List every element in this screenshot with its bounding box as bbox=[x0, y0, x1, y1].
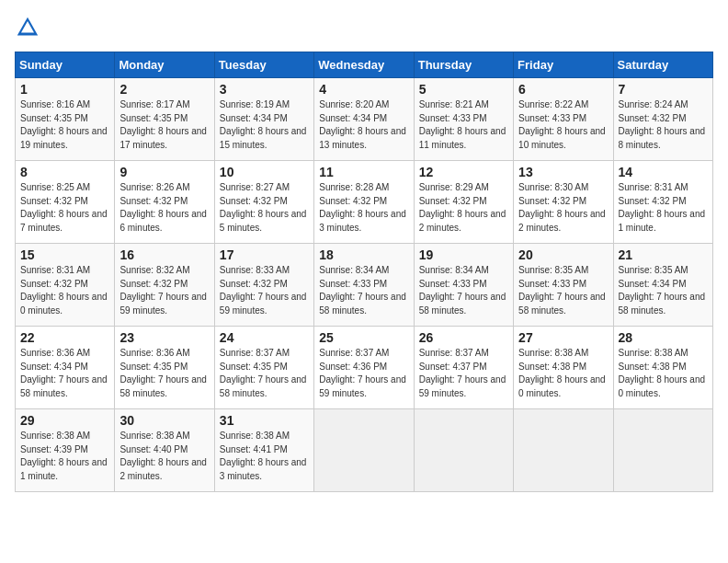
calendar-cell bbox=[414, 409, 513, 492]
day-detail: Sunrise: 8:38 AMSunset: 4:39 PMDaylight:… bbox=[20, 430, 109, 483]
day-number: 16 bbox=[119, 247, 209, 262]
calendar-cell: 16Sunrise: 8:32 AMSunset: 4:32 PMDayligh… bbox=[115, 244, 214, 327]
day-number: 14 bbox=[619, 165, 708, 179]
day-number: 7 bbox=[619, 82, 708, 97]
day-detail: Sunrise: 8:38 AMSunset: 4:41 PMDaylight:… bbox=[220, 430, 309, 483]
calendar-cell: 23Sunrise: 8:36 AMSunset: 4:35 PMDayligh… bbox=[115, 327, 214, 409]
weekday-header: Sunday bbox=[16, 52, 115, 78]
day-number: 1 bbox=[20, 82, 109, 97]
day-detail: Sunrise: 8:28 AMSunset: 4:32 PMDaylight:… bbox=[319, 181, 408, 235]
calendar-cell: 29Sunrise: 8:38 AMSunset: 4:39 PMDayligh… bbox=[16, 409, 115, 492]
day-number: 11 bbox=[319, 165, 408, 179]
day-detail: Sunrise: 8:37 AMSunset: 4:35 PMDaylight:… bbox=[220, 347, 309, 400]
day-detail: Sunrise: 8:37 AMSunset: 4:37 PMDaylight:… bbox=[419, 347, 508, 400]
day-detail: Sunrise: 8:38 AMSunset: 4:38 PMDaylight:… bbox=[518, 347, 608, 400]
calendar-cell: 1Sunrise: 8:16 AMSunset: 4:35 PMDaylight… bbox=[16, 78, 115, 161]
day-detail: Sunrise: 8:35 AMSunset: 4:34 PMDaylight:… bbox=[619, 264, 708, 317]
calendar-cell: 22Sunrise: 8:36 AMSunset: 4:34 PMDayligh… bbox=[16, 327, 115, 409]
day-detail: Sunrise: 8:22 AMSunset: 4:33 PMDaylight:… bbox=[518, 98, 608, 152]
calendar-cell: 25Sunrise: 8:37 AMSunset: 4:36 PMDayligh… bbox=[314, 327, 414, 409]
day-number: 31 bbox=[220, 413, 309, 428]
calendar-cell bbox=[514, 409, 613, 492]
calendar-week-row: 1Sunrise: 8:16 AMSunset: 4:35 PMDaylight… bbox=[16, 78, 713, 161]
day-detail: Sunrise: 8:31 AMSunset: 4:32 PMDaylight:… bbox=[619, 181, 708, 235]
day-detail: Sunrise: 8:20 AMSunset: 4:34 PMDaylight:… bbox=[319, 98, 408, 152]
calendar-cell: 6Sunrise: 8:22 AMSunset: 4:33 PMDaylight… bbox=[514, 78, 613, 161]
calendar-cell: 28Sunrise: 8:38 AMSunset: 4:38 PMDayligh… bbox=[613, 327, 712, 409]
day-detail: Sunrise: 8:19 AMSunset: 4:34 PMDaylight:… bbox=[220, 98, 309, 152]
day-detail: Sunrise: 8:27 AMSunset: 4:32 PMDaylight:… bbox=[220, 181, 309, 235]
day-detail: Sunrise: 8:36 AMSunset: 4:35 PMDaylight:… bbox=[119, 347, 209, 400]
day-detail: Sunrise: 8:26 AMSunset: 4:32 PMDaylight:… bbox=[119, 181, 209, 235]
day-number: 23 bbox=[119, 330, 209, 345]
calendar-table: SundayMondayTuesdayWednesdayThursdayFrid… bbox=[15, 52, 713, 492]
calendar-cell bbox=[613, 409, 712, 492]
calendar-cell: 21Sunrise: 8:35 AMSunset: 4:34 PMDayligh… bbox=[613, 244, 712, 327]
day-number: 19 bbox=[419, 247, 508, 262]
weekday-header: Friday bbox=[514, 52, 613, 78]
calendar-cell: 10Sunrise: 8:27 AMSunset: 4:32 PMDayligh… bbox=[214, 161, 313, 244]
day-number: 18 bbox=[319, 247, 408, 262]
day-number: 6 bbox=[518, 82, 608, 97]
day-number: 9 bbox=[119, 165, 209, 179]
day-detail: Sunrise: 8:38 AMSunset: 4:40 PMDaylight:… bbox=[119, 430, 209, 483]
day-detail: Sunrise: 8:29 AMSunset: 4:32 PMDaylight:… bbox=[419, 181, 508, 235]
day-detail: Sunrise: 8:35 AMSunset: 4:33 PMDaylight:… bbox=[518, 264, 608, 317]
calendar-week-row: 29Sunrise: 8:38 AMSunset: 4:39 PMDayligh… bbox=[16, 409, 713, 492]
day-number: 3 bbox=[220, 82, 309, 97]
day-number: 15 bbox=[20, 247, 109, 262]
calendar-cell: 9Sunrise: 8:26 AMSunset: 4:32 PMDaylight… bbox=[115, 161, 214, 244]
weekday-header: Thursday bbox=[414, 52, 513, 78]
calendar-week-row: 15Sunrise: 8:31 AMSunset: 4:32 PMDayligh… bbox=[16, 244, 713, 327]
day-number: 22 bbox=[20, 330, 109, 345]
calendar-cell: 14Sunrise: 8:31 AMSunset: 4:32 PMDayligh… bbox=[613, 161, 712, 244]
weekday-header: Monday bbox=[115, 52, 214, 78]
day-detail: Sunrise: 8:24 AMSunset: 4:32 PMDaylight:… bbox=[619, 98, 708, 152]
calendar-cell: 7Sunrise: 8:24 AMSunset: 4:32 PMDaylight… bbox=[613, 78, 712, 161]
day-number: 13 bbox=[518, 165, 608, 179]
calendar-header-row: SundayMondayTuesdayWednesdayThursdayFrid… bbox=[16, 52, 713, 78]
day-number: 21 bbox=[619, 247, 708, 262]
weekday-header: Saturday bbox=[613, 52, 712, 78]
day-number: 30 bbox=[119, 413, 209, 428]
day-number: 5 bbox=[419, 82, 508, 97]
calendar-cell: 4Sunrise: 8:20 AMSunset: 4:34 PMDaylight… bbox=[314, 78, 414, 161]
weekday-header: Tuesday bbox=[214, 52, 313, 78]
calendar-cell: 13Sunrise: 8:30 AMSunset: 4:32 PMDayligh… bbox=[514, 161, 613, 244]
calendar-cell: 26Sunrise: 8:37 AMSunset: 4:37 PMDayligh… bbox=[414, 327, 513, 409]
calendar-cell: 8Sunrise: 8:25 AMSunset: 4:32 PMDaylight… bbox=[16, 161, 115, 244]
day-number: 27 bbox=[518, 330, 608, 345]
day-detail: Sunrise: 8:21 AMSunset: 4:33 PMDaylight:… bbox=[419, 98, 508, 152]
calendar-cell: 11Sunrise: 8:28 AMSunset: 4:32 PMDayligh… bbox=[314, 161, 414, 244]
day-detail: Sunrise: 8:31 AMSunset: 4:32 PMDaylight:… bbox=[20, 264, 109, 317]
day-number: 8 bbox=[20, 165, 109, 179]
day-detail: Sunrise: 8:25 AMSunset: 4:32 PMDaylight:… bbox=[20, 181, 109, 235]
calendar-cell: 24Sunrise: 8:37 AMSunset: 4:35 PMDayligh… bbox=[214, 327, 313, 409]
day-number: 4 bbox=[319, 82, 408, 97]
day-detail: Sunrise: 8:33 AMSunset: 4:32 PMDaylight:… bbox=[220, 264, 309, 317]
day-number: 26 bbox=[419, 330, 508, 345]
calendar-cell: 3Sunrise: 8:19 AMSunset: 4:34 PMDaylight… bbox=[214, 78, 313, 161]
calendar-cell: 2Sunrise: 8:17 AMSunset: 4:35 PMDaylight… bbox=[115, 78, 214, 161]
calendar-cell bbox=[314, 409, 414, 492]
calendar-cell: 30Sunrise: 8:38 AMSunset: 4:40 PMDayligh… bbox=[115, 409, 214, 492]
day-number: 28 bbox=[619, 330, 708, 345]
day-detail: Sunrise: 8:36 AMSunset: 4:34 PMDaylight:… bbox=[20, 347, 109, 400]
day-detail: Sunrise: 8:16 AMSunset: 4:35 PMDaylight:… bbox=[20, 98, 109, 152]
day-number: 24 bbox=[220, 330, 309, 345]
day-detail: Sunrise: 8:34 AMSunset: 4:33 PMDaylight:… bbox=[319, 264, 408, 317]
calendar-cell: 18Sunrise: 8:34 AMSunset: 4:33 PMDayligh… bbox=[314, 244, 414, 327]
calendar-week-row: 8Sunrise: 8:25 AMSunset: 4:32 PMDaylight… bbox=[16, 161, 713, 244]
day-number: 10 bbox=[220, 165, 309, 179]
calendar-cell: 27Sunrise: 8:38 AMSunset: 4:38 PMDayligh… bbox=[514, 327, 613, 409]
day-number: 12 bbox=[419, 165, 508, 179]
day-number: 2 bbox=[119, 82, 209, 97]
calendar-week-row: 22Sunrise: 8:36 AMSunset: 4:34 PMDayligh… bbox=[16, 327, 713, 409]
day-detail: Sunrise: 8:34 AMSunset: 4:33 PMDaylight:… bbox=[419, 264, 508, 317]
day-number: 20 bbox=[518, 247, 608, 262]
day-number: 17 bbox=[220, 247, 309, 262]
day-detail: Sunrise: 8:38 AMSunset: 4:38 PMDaylight:… bbox=[619, 347, 708, 400]
calendar-cell: 12Sunrise: 8:29 AMSunset: 4:32 PMDayligh… bbox=[414, 161, 513, 244]
day-number: 29 bbox=[20, 413, 109, 428]
day-detail: Sunrise: 8:32 AMSunset: 4:32 PMDaylight:… bbox=[119, 264, 209, 317]
